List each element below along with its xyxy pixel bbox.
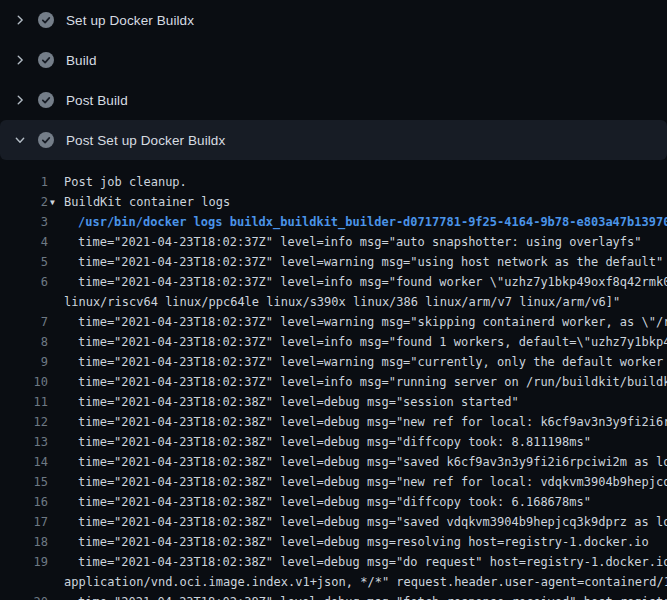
log-line-text: time="2021-04-23T18:02:38Z" level=debug … — [48, 552, 667, 572]
log-line: 1Post job cleanup. — [0, 172, 667, 192]
log-line-number[interactable]: 9 — [0, 352, 48, 372]
actions-log-viewer: Set up Docker BuildxBuildPost BuildPost … — [0, 0, 667, 600]
log-line-text: time="2021-04-23T18:02:38Z" level=debug … — [48, 432, 591, 452]
log-line-number[interactable]: 4 — [0, 232, 48, 252]
log-line-number[interactable]: 14 — [0, 452, 48, 472]
log-line-text: time="2021-04-23T18:02:38Z" level=debug … — [48, 592, 667, 600]
log-line: 15time="2021-04-23T18:02:38Z" level=debu… — [0, 472, 667, 492]
log-line-text: application/vnd.oci.image.index.v1+json,… — [48, 572, 667, 592]
log-line: 14time="2021-04-23T18:02:38Z" level=debu… — [0, 452, 667, 472]
check-circle-icon — [38, 132, 54, 148]
step-section-header[interactable]: Build — [0, 40, 667, 80]
log-line-number[interactable]: 13 — [0, 432, 48, 452]
step-section-label: Build — [66, 53, 97, 68]
log-line-text: time="2021-04-23T18:02:37Z" level=warnin… — [48, 312, 667, 332]
steps-list: Set up Docker BuildxBuildPost BuildPost … — [0, 0, 667, 600]
group-title: BuildKit container logs — [64, 195, 230, 209]
log-line-text: time="2021-04-23T18:02:38Z" level=debug … — [48, 472, 667, 492]
log-line-number[interactable]: 3 — [0, 212, 48, 232]
log-line-number[interactable]: 6 — [0, 272, 48, 292]
log-line-text: time="2021-04-23T18:02:37Z" level=info m… — [48, 372, 667, 392]
log-line: 9time="2021-04-23T18:02:37Z" level=warni… — [0, 352, 667, 372]
log-line: 8time="2021-04-23T18:02:37Z" level=info … — [0, 332, 667, 352]
log-line: 10time="2021-04-23T18:02:37Z" level=info… — [0, 372, 667, 392]
log-line-number[interactable]: 15 — [0, 472, 48, 492]
log-line: 4time="2021-04-23T18:02:37Z" level=info … — [0, 232, 667, 252]
chevron-right-icon — [12, 92, 28, 108]
log-line-number[interactable] — [0, 292, 48, 312]
log-line-number[interactable]: 2 — [0, 192, 48, 212]
log-line-text: time="2021-04-23T18:02:38Z" level=debug … — [48, 412, 667, 432]
step-section-header[interactable]: Post Build — [0, 80, 667, 120]
chevron-right-icon — [12, 12, 28, 28]
chevron-down-icon — [12, 132, 28, 148]
log-line: linux/riscv64 linux/ppc64le linux/s390x … — [0, 292, 667, 312]
step-log-output: 1Post job cleanup.2▼BuildKit container l… — [0, 160, 667, 600]
step-section-label: Set up Docker Buildx — [66, 13, 194, 28]
log-line: 2▼BuildKit container logs — [0, 192, 667, 212]
log-line-number[interactable]: 20 — [0, 592, 48, 600]
log-line-text: time="2021-04-23T18:02:37Z" level=warnin… — [48, 252, 663, 272]
step-section-header[interactable]: Set up Docker Buildx — [0, 0, 667, 40]
log-line-text: time="2021-04-23T18:02:37Z" level=info m… — [48, 332, 667, 352]
log-line-number[interactable]: 12 — [0, 412, 48, 432]
log-line: 5time="2021-04-23T18:02:37Z" level=warni… — [0, 252, 667, 272]
check-circle-icon — [38, 92, 54, 108]
log-line-number[interactable]: 11 — [0, 392, 48, 412]
log-line: 3/usr/bin/docker logs buildx_buildkit_bu… — [0, 212, 667, 232]
log-line-number[interactable] — [0, 572, 48, 592]
log-line: 13time="2021-04-23T18:02:38Z" level=debu… — [0, 432, 667, 452]
log-line-text: linux/riscv64 linux/ppc64le linux/s390x … — [48, 292, 620, 312]
check-circle-icon — [38, 12, 54, 28]
log-line-number[interactable]: 18 — [0, 532, 48, 552]
log-line-number[interactable]: 8 — [0, 332, 48, 352]
log-line-text: time="2021-04-23T18:02:38Z" level=debug … — [48, 532, 649, 552]
log-line: 19time="2021-04-23T18:02:38Z" level=debu… — [0, 552, 667, 572]
log-line: 18time="2021-04-23T18:02:38Z" level=debu… — [0, 532, 667, 552]
log-line-text: time="2021-04-23T18:02:37Z" level=warnin… — [48, 352, 667, 372]
log-line-number[interactable]: 10 — [0, 372, 48, 392]
log-line: 17time="2021-04-23T18:02:38Z" level=debu… — [0, 512, 667, 532]
log-line-number[interactable]: 1 — [0, 172, 48, 192]
chevron-right-icon — [12, 52, 28, 68]
log-line-text[interactable]: ▼BuildKit container logs — [48, 192, 230, 212]
log-line: 6time="2021-04-23T18:02:37Z" level=info … — [0, 272, 667, 292]
check-circle-icon — [38, 52, 54, 68]
step-section-header[interactable]: Post Set up Docker Buildx — [0, 120, 667, 160]
log-line-text: time="2021-04-23T18:02:38Z" level=debug … — [48, 392, 519, 412]
log-line-text: time="2021-04-23T18:02:38Z" level=debug … — [48, 452, 667, 472]
log-line-text: Post job cleanup. — [48, 172, 187, 192]
log-line: 12time="2021-04-23T18:02:38Z" level=debu… — [0, 412, 667, 432]
log-line-number[interactable]: 7 — [0, 312, 48, 332]
log-line: 20time="2021-04-23T18:02:38Z" level=debu… — [0, 592, 667, 600]
log-line-number[interactable]: 5 — [0, 252, 48, 272]
log-line-text: time="2021-04-23T18:02:37Z" level=info m… — [48, 232, 642, 252]
log-line-text: time="2021-04-23T18:02:38Z" level=debug … — [48, 512, 667, 532]
log-line: 7time="2021-04-23T18:02:37Z" level=warni… — [0, 312, 667, 332]
log-line-number[interactable]: 19 — [0, 552, 48, 572]
log-line-text: time="2021-04-23T18:02:37Z" level=info m… — [48, 272, 667, 292]
log-line-number[interactable]: 17 — [0, 512, 48, 532]
log-command-text: /usr/bin/docker logs buildx_buildkit_bui… — [48, 212, 667, 232]
group-collapse-triangle-icon[interactable]: ▼ — [50, 193, 58, 212]
log-line-number[interactable]: 16 — [0, 492, 48, 512]
step-section-label: Post Build — [66, 93, 128, 108]
log-line: application/vnd.oci.image.index.v1+json,… — [0, 572, 667, 592]
step-section-label: Post Set up Docker Buildx — [66, 133, 225, 148]
log-line: 16time="2021-04-23T18:02:38Z" level=debu… — [0, 492, 667, 512]
log-line: 11time="2021-04-23T18:02:38Z" level=debu… — [0, 392, 667, 412]
log-line-text: time="2021-04-23T18:02:38Z" level=debug … — [48, 492, 591, 512]
